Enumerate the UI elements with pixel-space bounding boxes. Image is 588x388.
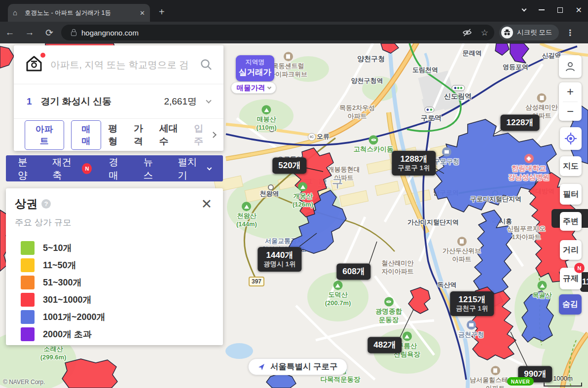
search-input[interactable]: 아파트, 지역 또는 학교명으로 검 bbox=[50, 58, 200, 71]
cluster-polygon-purple bbox=[495, 43, 529, 63]
notification-dot bbox=[40, 53, 45, 58]
listing-price-toggle[interactable]: 매물가격 bbox=[231, 82, 276, 94]
nav-rebuild-label: 재건축 bbox=[52, 155, 78, 182]
legend-item: 301~1000개 bbox=[15, 291, 212, 308]
bookmark-star-icon[interactable]: ☆ bbox=[481, 28, 488, 38]
hogangnono-logo-icon[interactable] bbox=[25, 55, 43, 74]
navigation-arrow-icon bbox=[257, 363, 265, 371]
filter-button[interactable]: 필터 bbox=[560, 184, 582, 205]
tab-close-icon[interactable]: ✕ bbox=[140, 9, 145, 17]
map-mode-toggle[interactable]: 지역명 실거래가 bbox=[236, 55, 274, 81]
naver-logo: NAVER bbox=[507, 377, 534, 386]
zoom-out-button[interactable]: − bbox=[559, 102, 582, 121]
url-text: hogangnono.com bbox=[81, 29, 462, 37]
person-icon bbox=[564, 61, 576, 72]
locate-me-button[interactable] bbox=[560, 127, 582, 150]
incognito-label: 시크릿 모드 bbox=[517, 28, 552, 37]
tab-title: 호갱노노 - 아파트 실거래가 1등 bbox=[25, 9, 136, 17]
hide-button[interactable]: 숨김 bbox=[559, 294, 582, 315]
browser-tab[interactable]: ⌂ 호갱노노 - 아파트 실거래가 1등 ✕ bbox=[8, 4, 150, 22]
zoom-controls[interactable]: + − bbox=[559, 82, 582, 121]
nav-expand[interactable]: 펼치기 bbox=[178, 155, 211, 182]
window-close-button[interactable]: ✕ bbox=[576, 5, 582, 15]
map-scale: 1000m bbox=[544, 375, 582, 387]
current-location-chip[interactable]: 서울특별시 구로구 bbox=[248, 358, 347, 375]
legend-item: 11~50개 bbox=[15, 256, 212, 274]
legend-swatch bbox=[21, 293, 35, 307]
cluster-count-badge[interactable]: 608개 bbox=[336, 263, 370, 280]
legend-label: 2000개 초과 bbox=[43, 328, 92, 340]
cluster-count-badge[interactable]: 1440개광명시 1위 bbox=[257, 247, 301, 272]
filter-households[interactable]: 세대수 bbox=[159, 122, 187, 148]
legend-item: 2000개 초과 bbox=[15, 325, 212, 343]
maximize-button[interactable] bbox=[557, 7, 563, 13]
legend-label: 11~50개 bbox=[43, 259, 76, 271]
cluster-count-badge[interactable]: 482개 bbox=[368, 337, 402, 353]
mode-deal-label[interactable]: 실거래가 bbox=[236, 67, 274, 78]
filter-trade-button[interactable]: 매매 bbox=[71, 120, 102, 150]
legend-swatch bbox=[21, 327, 35, 341]
distance-button[interactable]: 거리 bbox=[560, 240, 582, 260]
legend-label: 1001개~2000개 bbox=[43, 311, 106, 323]
commercial-legend-panel: 상권 ? ✕ 주요 상가 규모 5~10개11~50개51~300개301~10… bbox=[6, 188, 223, 345]
chevron-down-icon[interactable] bbox=[206, 98, 211, 103]
cluster-count-badge[interactable]: 1228개 bbox=[501, 114, 540, 131]
legend-item: 1001개~2000개 bbox=[15, 308, 212, 325]
filter-size[interactable]: 평형 bbox=[108, 122, 127, 148]
chevron-down-icon bbox=[267, 85, 271, 89]
browser-chrome: ⌂ 호갱노노 - 아파트 실거래가 1등 ✕ + ✕ ← → ⟳ hogangn… bbox=[0, 0, 588, 43]
legend-label: 5~10개 bbox=[43, 242, 72, 254]
cluster-count-badge[interactable]: 520개 bbox=[272, 157, 306, 174]
legend-item: 51~300개 bbox=[15, 274, 212, 291]
rebuild-new-badge: N bbox=[82, 163, 92, 174]
legend-title: 상권 bbox=[15, 196, 37, 212]
crosshair-icon bbox=[564, 132, 577, 145]
filter-price[interactable]: 가격 bbox=[134, 122, 152, 148]
site-favicon-icon: ⌂ bbox=[13, 9, 21, 17]
main-nav-bar: 분양 재건축 N 경매 뉴스 펼치기 bbox=[6, 155, 223, 181]
reload-button[interactable]: ⟳ bbox=[39, 27, 59, 38]
legend-label: 301~1000개 bbox=[43, 294, 92, 306]
legend-swatch bbox=[21, 276, 35, 289]
legend-label: 51~300개 bbox=[43, 277, 82, 288]
nav-auction[interactable]: 경매 bbox=[109, 155, 126, 182]
search-icon[interactable] bbox=[200, 58, 213, 71]
cluster-count-badge[interactable]: 1215개금천구 1위 bbox=[450, 291, 494, 316]
nav-expand-label: 펼치기 bbox=[178, 155, 204, 182]
mode-region-label[interactable]: 지역명 bbox=[236, 58, 274, 67]
nav-sale[interactable]: 분양 bbox=[18, 155, 36, 182]
search-bar[interactable]: 아파트, 지역 또는 학교명으로 검 bbox=[14, 45, 223, 84]
help-icon[interactable]: ? bbox=[41, 199, 51, 209]
new-tab-button[interactable]: + bbox=[159, 7, 165, 17]
address-bar[interactable]: hogangnono.com ☆ bbox=[61, 25, 494, 40]
minimize-button[interactable] bbox=[539, 9, 545, 10]
nav-rebuild[interactable]: 재건축 N bbox=[52, 155, 92, 182]
popular-region-row[interactable]: 1 경기 화성시 신동 2,661명 bbox=[14, 84, 223, 118]
nav-news[interactable]: 뉴스 bbox=[143, 155, 161, 182]
forward-button[interactable]: → bbox=[20, 27, 39, 38]
legend-rows: 5~10개11~50개51~300개301~1000개1001개~2000개20… bbox=[15, 239, 212, 343]
back-button[interactable]: ← bbox=[0, 27, 20, 38]
eye-off-icon[interactable] bbox=[462, 28, 472, 37]
cluster-count-badge[interactable]: 1288개구로구 1위 bbox=[392, 151, 436, 176]
current-location-label: 서울특별시 구로구 bbox=[270, 361, 338, 372]
map-copyright: © NAVER Corp. bbox=[3, 379, 45, 386]
scale-label: 1000m bbox=[544, 375, 582, 382]
tab-search-chevron-icon[interactable] bbox=[521, 7, 526, 12]
zoom-in-button[interactable]: + bbox=[559, 82, 582, 102]
search-panel: 아파트, 지역 또는 학교명으로 검 1 경기 화성시 신동 2,661명 아파… bbox=[14, 45, 223, 151]
browser-menu-icon[interactable]: ⋮ bbox=[566, 28, 574, 38]
scale-bar bbox=[544, 383, 582, 387]
chevron-down-icon bbox=[207, 165, 212, 170]
lock-icon bbox=[71, 32, 76, 36]
my-page-button[interactable] bbox=[559, 55, 582, 78]
filter-apart-button[interactable]: 아파트 bbox=[25, 120, 64, 150]
regulation-new-badge: N bbox=[574, 263, 585, 273]
legend-subtitle: 주요 상가 규모 bbox=[15, 216, 212, 228]
close-icon[interactable]: ✕ bbox=[201, 199, 212, 210]
filter-row: 아파트 매매 평형 가격 세대수 입주 bbox=[14, 118, 223, 151]
legend-item: 5~10개 bbox=[15, 239, 212, 256]
map-type-button[interactable]: 지도 bbox=[560, 156, 582, 176]
region-visitors: 2,661명 bbox=[164, 95, 197, 108]
nearby-button[interactable]: 주변 bbox=[560, 212, 582, 231]
